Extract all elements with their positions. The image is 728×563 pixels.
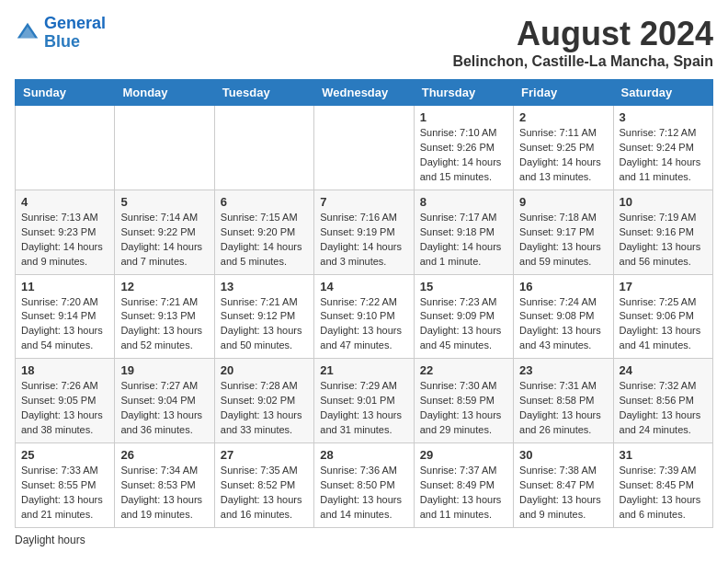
day-number: 20 [221,363,308,377]
calendar-cell: 6Sunrise: 7:15 AM Sunset: 9:20 PM Daylig… [214,190,313,274]
day-number: 27 [221,448,308,462]
calendar-cell: 21Sunrise: 7:29 AM Sunset: 9:01 PM Dayli… [314,359,414,443]
calendar-header-friday: Friday [514,80,613,106]
day-number: 18 [21,363,108,377]
day-number: 6 [221,195,308,209]
footer-label: Daylight hours [15,534,85,546]
day-info: Sunrise: 7:26 AM Sunset: 9:05 PM Dayligh… [21,379,108,438]
calendar-cell: 4Sunrise: 7:13 AM Sunset: 9:23 PM Daylig… [16,190,115,274]
day-info: Sunrise: 7:11 AM Sunset: 9:25 PM Dayligh… [519,126,607,185]
footer-note: Daylight hours [15,534,713,546]
page-header: General Blue August 2024 Belinchon, Cast… [15,15,713,70]
calendar-cell: 14Sunrise: 7:22 AM Sunset: 9:10 PM Dayli… [314,274,414,359]
day-info: Sunrise: 7:35 AM Sunset: 8:52 PM Dayligh… [221,464,308,523]
calendar-cell: 24Sunrise: 7:32 AM Sunset: 8:56 PM Dayli… [613,359,712,443]
day-info: Sunrise: 7:18 AM Sunset: 9:17 PM Dayligh… [519,211,607,270]
day-info: Sunrise: 7:30 AM Sunset: 8:59 PM Dayligh… [420,379,507,438]
day-number: 11 [21,280,108,293]
title-section: August 2024 Belinchon, Castille-La Manch… [452,15,713,70]
calendar-cell: 5Sunrise: 7:14 AM Sunset: 9:22 PM Daylig… [115,190,214,274]
day-info: Sunrise: 7:38 AM Sunset: 8:47 PM Dayligh… [519,464,607,523]
day-info: Sunrise: 7:23 AM Sunset: 9:09 PM Dayligh… [420,295,507,354]
calendar-cell: 1Sunrise: 7:10 AM Sunset: 9:26 PM Daylig… [414,106,513,190]
calendar-table: SundayMondayTuesdayWednesdayThursdayFrid… [15,79,713,528]
day-info: Sunrise: 7:29 AM Sunset: 9:01 PM Dayligh… [320,379,407,438]
calendar-cell: 23Sunrise: 7:31 AM Sunset: 8:58 PM Dayli… [514,359,613,443]
calendar-cell: 30Sunrise: 7:38 AM Sunset: 8:47 PM Dayli… [514,443,613,528]
day-info: Sunrise: 7:14 AM Sunset: 9:22 PM Dayligh… [120,211,208,270]
calendar-header-saturday: Saturday [613,80,712,106]
day-number: 3 [620,110,707,124]
calendar-header-wednesday: Wednesday [314,80,414,106]
day-number: 8 [420,195,507,209]
calendar-cell [16,106,115,190]
day-number: 7 [320,195,407,209]
day-number: 4 [21,195,108,209]
day-info: Sunrise: 7:34 AM Sunset: 8:53 PM Dayligh… [120,464,208,523]
logo-text: General Blue [44,15,106,52]
day-number: 9 [519,195,607,209]
calendar-cell [115,106,214,190]
calendar-week-2: 4Sunrise: 7:13 AM Sunset: 9:23 PM Daylig… [16,190,713,274]
calendar-header-sunday: Sunday [16,80,115,106]
day-number: 12 [120,280,208,293]
day-info: Sunrise: 7:10 AM Sunset: 9:26 PM Dayligh… [420,126,507,185]
day-info: Sunrise: 7:15 AM Sunset: 9:20 PM Dayligh… [221,211,308,270]
calendar-header-tuesday: Tuesday [214,80,313,106]
day-number: 28 [320,448,407,462]
day-info: Sunrise: 7:13 AM Sunset: 9:23 PM Dayligh… [21,211,108,270]
calendar-week-4: 18Sunrise: 7:26 AM Sunset: 9:05 PM Dayli… [16,359,713,443]
calendar-cell: 8Sunrise: 7:17 AM Sunset: 9:18 PM Daylig… [414,190,513,274]
calendar-cell [314,106,414,190]
calendar-cell: 19Sunrise: 7:27 AM Sunset: 9:04 PM Dayli… [115,359,214,443]
day-number: 22 [420,363,507,377]
calendar-cell: 3Sunrise: 7:12 AM Sunset: 9:24 PM Daylig… [613,106,712,190]
day-number: 16 [519,280,607,293]
day-info: Sunrise: 7:33 AM Sunset: 8:55 PM Dayligh… [21,464,108,523]
calendar-cell: 18Sunrise: 7:26 AM Sunset: 9:05 PM Dayli… [16,359,115,443]
day-number: 15 [420,280,507,293]
calendar-cell: 12Sunrise: 7:21 AM Sunset: 9:13 PM Dayli… [115,274,214,359]
calendar-cell: 31Sunrise: 7:39 AM Sunset: 8:45 PM Dayli… [613,443,712,528]
day-number: 21 [320,363,407,377]
main-title: August 2024 [452,15,713,53]
day-info: Sunrise: 7:27 AM Sunset: 9:04 PM Dayligh… [120,379,208,438]
calendar-week-5: 25Sunrise: 7:33 AM Sunset: 8:55 PM Dayli… [16,443,713,528]
calendar-week-1: 1Sunrise: 7:10 AM Sunset: 9:26 PM Daylig… [16,106,713,190]
day-number: 31 [620,448,707,462]
day-number: 23 [519,363,607,377]
day-info: Sunrise: 7:12 AM Sunset: 9:24 PM Dayligh… [620,126,707,185]
day-info: Sunrise: 7:32 AM Sunset: 8:56 PM Dayligh… [620,379,707,438]
calendar-cell: 16Sunrise: 7:24 AM Sunset: 9:08 PM Dayli… [514,274,613,359]
calendar-cell: 10Sunrise: 7:19 AM Sunset: 9:16 PM Dayli… [613,190,712,274]
day-info: Sunrise: 7:17 AM Sunset: 9:18 PM Dayligh… [420,211,507,270]
logo: General Blue [15,15,106,52]
calendar-header-thursday: Thursday [414,80,513,106]
day-info: Sunrise: 7:37 AM Sunset: 8:49 PM Dayligh… [420,464,507,523]
day-info: Sunrise: 7:28 AM Sunset: 9:02 PM Dayligh… [221,379,308,438]
day-number: 14 [320,280,407,293]
day-number: 25 [21,448,108,462]
day-info: Sunrise: 7:16 AM Sunset: 9:19 PM Dayligh… [320,211,407,270]
calendar-cell: 29Sunrise: 7:37 AM Sunset: 8:49 PM Dayli… [414,443,513,528]
day-info: Sunrise: 7:36 AM Sunset: 8:50 PM Dayligh… [320,464,407,523]
day-number: 30 [519,448,607,462]
calendar-cell: 2Sunrise: 7:11 AM Sunset: 9:25 PM Daylig… [514,106,613,190]
calendar-cell: 22Sunrise: 7:30 AM Sunset: 8:59 PM Dayli… [414,359,513,443]
day-info: Sunrise: 7:24 AM Sunset: 9:08 PM Dayligh… [519,295,607,354]
calendar-cell: 20Sunrise: 7:28 AM Sunset: 9:02 PM Dayli… [214,359,313,443]
day-number: 10 [620,195,707,209]
sub-title: Belinchon, Castille-La Mancha, Spain [452,53,713,70]
day-number: 17 [620,280,707,293]
calendar-cell: 9Sunrise: 7:18 AM Sunset: 9:17 PM Daylig… [514,190,613,274]
day-info: Sunrise: 7:25 AM Sunset: 9:06 PM Dayligh… [620,295,707,354]
logo-icon [15,20,40,46]
day-info: Sunrise: 7:39 AM Sunset: 8:45 PM Dayligh… [620,464,707,523]
day-number: 29 [420,448,507,462]
day-info: Sunrise: 7:31 AM Sunset: 8:58 PM Dayligh… [519,379,607,438]
day-number: 26 [120,448,208,462]
calendar-cell: 17Sunrise: 7:25 AM Sunset: 9:06 PM Dayli… [613,274,712,359]
calendar-header-row: SundayMondayTuesdayWednesdayThursdayFrid… [16,80,713,106]
day-info: Sunrise: 7:21 AM Sunset: 9:12 PM Dayligh… [221,295,308,354]
calendar-cell: 26Sunrise: 7:34 AM Sunset: 8:53 PM Dayli… [115,443,214,528]
